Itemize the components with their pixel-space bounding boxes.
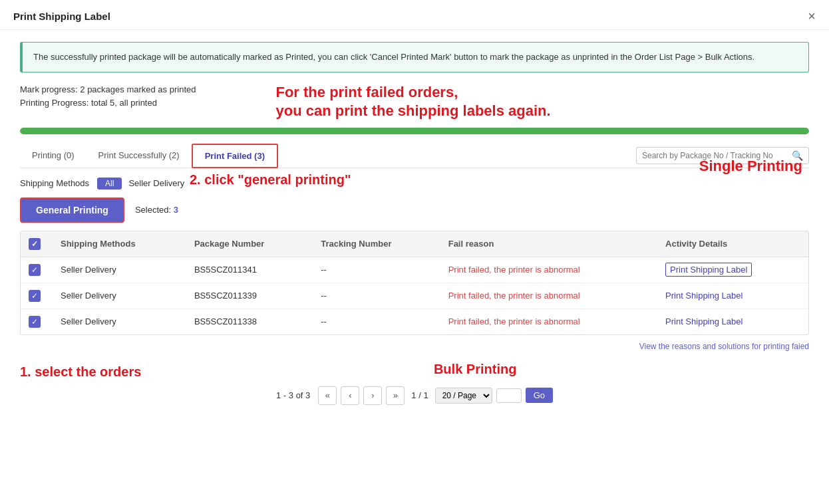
tab-print-failed[interactable]: Print Failed (3) xyxy=(192,144,278,168)
table-body: ✓Seller DeliveryBS5SCZ011341--Print fail… xyxy=(21,257,808,334)
print-shipping-label-link-1[interactable]: Print Shipping Label xyxy=(665,291,743,301)
col-checkbox: ✓ xyxy=(21,231,53,257)
row-checkbox-0[interactable]: ✓ xyxy=(29,264,41,276)
actions-row: 2. click "general printing" Single Print… xyxy=(20,197,809,223)
table-row: ✓Seller DeliveryBS5SCZ011341--Print fail… xyxy=(21,257,808,283)
page-input[interactable] xyxy=(496,388,522,403)
row-shipping-method: Seller Delivery xyxy=(53,309,186,334)
tabs-row: Printing (0) Print Successfully (2) Prin… xyxy=(20,144,809,168)
row-checkbox-cell: ✓ xyxy=(21,283,53,309)
bottom-link-row: View the reasons and solutions for print… xyxy=(20,342,809,351)
selected-label: Selected: 3 xyxy=(135,205,178,215)
go-button[interactable]: Go xyxy=(526,388,553,403)
row-shipping-method: Seller Delivery xyxy=(53,257,186,283)
filter-all-button[interactable]: All xyxy=(97,178,122,189)
row-checkbox-cell: ✓ xyxy=(21,309,53,334)
print-shipping-label-link-0[interactable]: Print Shipping Label xyxy=(665,263,752,277)
page-prev-button[interactable]: ‹ xyxy=(341,386,359,405)
print-shipping-label-dialog: Print Shipping Label × The successfully … xyxy=(0,0,829,504)
filter-label: Shipping Methods xyxy=(20,178,89,188)
row-activity-details: Print Shipping Label xyxy=(657,283,808,309)
table-row: ✓Seller DeliveryBS5SCZ011339--Print fail… xyxy=(21,283,808,309)
annotation-bulk-printing: Bulk Printing xyxy=(434,362,516,377)
page-first-button[interactable]: « xyxy=(318,386,337,405)
checkbox-check-icon: ✓ xyxy=(31,266,38,274)
print-shipping-label-link-2[interactable]: Print Shipping Label xyxy=(665,316,743,326)
col-package-number: Package Number xyxy=(186,231,313,257)
row-fail-reason: Print failed, the printer is abnormal xyxy=(440,257,657,283)
progress-bar-container xyxy=(20,128,809,134)
row-activity-details: Print Shipping Label xyxy=(657,309,808,334)
table-header-row: ✓ Shipping Methods Package Number Tracki… xyxy=(21,231,808,257)
row-package-number: BS5SCZ011338 xyxy=(186,309,313,334)
annotation-click-general-printing: 2. click "general printing" xyxy=(190,172,351,188)
checkbox-check-icon: ✓ xyxy=(31,318,38,326)
row-tracking-number: -- xyxy=(313,283,440,309)
table-wrap: ✓ Shipping Methods Package Number Tracki… xyxy=(20,231,809,335)
annotation-select-orders: 1. select the orders xyxy=(20,364,141,380)
annotation-line1: For the print failed orders, xyxy=(275,83,550,102)
annotation-print-failed: For the print failed orders, you can pri… xyxy=(275,83,550,121)
page-total: 1 / 1 xyxy=(411,390,428,400)
progress-bar-fill xyxy=(20,128,809,134)
row-tracking-number: -- xyxy=(313,309,440,334)
progress-section: Mark progress: 2 packages marked as prin… xyxy=(20,83,809,121)
dialog-header: Print Shipping Label × xyxy=(0,0,829,30)
dialog-title: Print Shipping Label xyxy=(13,11,110,22)
mark-progress-text: Mark progress: 2 packages marked as prin… xyxy=(20,83,196,97)
col-fail-reason: Fail reason xyxy=(440,231,657,257)
page-last-button[interactable]: » xyxy=(386,386,405,405)
page-next-button[interactable]: › xyxy=(363,386,382,405)
row-fail-reason: Print failed, the printer is abnormal xyxy=(440,283,657,309)
row-tracking-number: -- xyxy=(313,257,440,283)
bottom-annotations: 1. select the orders Bulk Printing xyxy=(20,362,809,380)
row-fail-reason: Print failed, the printer is abnormal xyxy=(440,309,657,334)
row-checkbox-2[interactable]: ✓ xyxy=(29,316,41,328)
banner-text: The successfully printed package will be… xyxy=(33,52,754,62)
general-printing-button[interactable]: General Printing xyxy=(20,197,124,223)
annotation-single-printing: Single Printing xyxy=(699,158,802,175)
table-row: ✓Seller DeliveryBS5SCZ011338--Print fail… xyxy=(21,309,808,334)
selected-count: 3 xyxy=(174,205,178,215)
tab-printing[interactable]: Printing (0) xyxy=(20,144,86,168)
dialog-body: The successfully printed package will be… xyxy=(0,30,829,418)
checkbox-check-icon: ✓ xyxy=(31,240,38,248)
page-size-select[interactable]: 20 / Page xyxy=(435,388,492,404)
tab-print-successfully[interactable]: Print Successfully (2) xyxy=(86,144,192,168)
row-package-number: BS5SCZ011341 xyxy=(186,257,313,283)
filter-row: Shipping Methods All Seller Delivery xyxy=(20,178,809,189)
info-banner: The successfully printed package will be… xyxy=(20,42,809,72)
header-checkbox[interactable]: ✓ xyxy=(29,238,41,250)
col-shipping-methods: Shipping Methods xyxy=(53,231,186,257)
row-checkbox-cell: ✓ xyxy=(21,257,53,283)
selected-label-text: Selected: xyxy=(135,205,171,215)
close-button[interactable]: × xyxy=(808,9,816,23)
printing-progress-text: Printing Progress: total 5, all printed xyxy=(20,96,196,110)
col-tracking-number: Tracking Number xyxy=(313,231,440,257)
progress-text-block: Mark progress: 2 packages marked as prin… xyxy=(20,83,196,111)
filter-seller-delivery[interactable]: Seller Delivery xyxy=(128,178,184,188)
row-package-number: BS5SCZ011339 xyxy=(186,283,313,309)
pagination-row: 1 - 3 of 3 « ‹ › » 1 / 1 20 / Page Go xyxy=(20,386,809,405)
checkbox-check-icon: ✓ xyxy=(31,292,38,300)
row-shipping-method: Seller Delivery xyxy=(53,283,186,309)
orders-table: ✓ Shipping Methods Package Number Tracki… xyxy=(21,231,808,334)
view-reasons-link[interactable]: View the reasons and solutions for print… xyxy=(639,342,809,351)
row-activity-details: Print Shipping Label xyxy=(657,257,808,283)
row-checkbox-1[interactable]: ✓ xyxy=(29,290,41,302)
page-range: 1 - 3 of 3 xyxy=(276,390,310,400)
col-activity-details: Activity Details xyxy=(657,231,808,257)
annotation-line2: you can print the shipping labels again. xyxy=(275,102,550,121)
